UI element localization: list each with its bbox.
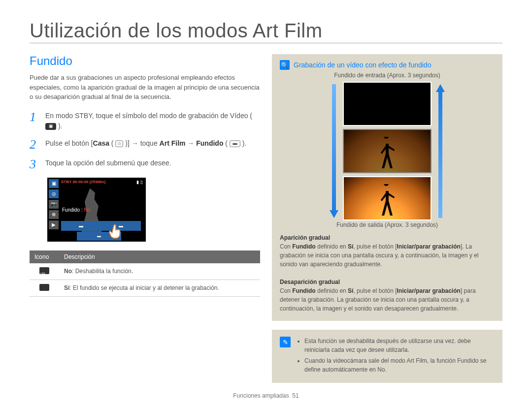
fade-in-heading: Aparición gradual — [280, 234, 330, 241]
example-box: 🔍 Grabación de un vídeo con efecto de fu… — [272, 54, 502, 321]
note-item: Cuando la videocámara sale del modo Art … — [304, 356, 495, 374]
thumbnail-sunset — [343, 176, 432, 220]
table-row: No: Deshabilita la función. — [30, 263, 260, 280]
row-desc: : El fundido se ejecuta al iniciar y al … — [69, 284, 219, 291]
fundido-label: Fundido — [196, 139, 223, 147]
step-text: Pulse el botón [ — [45, 139, 93, 147]
screen-fundido-value: No — [84, 207, 90, 213]
screen-fundido-label: Fundido : — [62, 207, 84, 213]
caption-fade-in: Fundido de entrada (Aprox. 3 segundos) — [280, 72, 495, 79]
touch-hand-icon — [108, 224, 122, 239]
icon-description-table: Icono Descripción No: Deshabilita la fun… — [30, 250, 260, 297]
screen-battery-icon: ▮ ▯ — [136, 180, 143, 185]
right-column: 🔍 Grabación de un vídeo con efecto de fu… — [272, 54, 502, 383]
row-desc: : Deshabilita la función. — [72, 268, 133, 275]
footer-page-number: 51 — [292, 392, 299, 399]
casa-label: Casa — [93, 139, 109, 147]
page-footer: Funciones ampliadas 51 — [0, 392, 532, 399]
step-3: 3 Toque la opción del submenú que desee. — [30, 158, 260, 171]
off-icon — [39, 267, 49, 274]
screen-zoom-icon: ⊕ — [49, 210, 59, 219]
arrow-down-icon — [329, 82, 339, 220]
intro-text: Puede dar a sus grabaciones un aspecto p… — [30, 73, 260, 102]
step-number: 2 — [30, 138, 38, 151]
table-header-icon: Icono — [30, 250, 59, 263]
table-header-desc: Descripción — [59, 250, 260, 263]
magnifier-icon: 🔍 — [280, 60, 290, 70]
left-column: Fundido Puede dar a sus grabaciones un a… — [30, 54, 260, 383]
footer-label: Funciones ampliadas — [233, 392, 289, 399]
page-title: Utilización de los modos Art Film — [30, 20, 502, 43]
note-icon: ✎ — [280, 337, 291, 347]
thumbnail-black — [343, 82, 432, 126]
on-icon — [39, 284, 49, 291]
thumbnail-sunset-dim — [343, 129, 432, 173]
steps-list: 1 En modo STBY, toque el símbolo del mod… — [30, 111, 260, 171]
caption-fade-out: Fundido de salida (Aprox. 3 segundos) — [280, 221, 495, 228]
camera-screen-illustration: ▣ ◎ 📷 ⊕ ▶ STBY 00:00:00 [253Min] ▮ ▯ Fun… — [47, 178, 146, 242]
step-number: 1 — [30, 111, 38, 131]
step-text-post: ). — [56, 122, 62, 130]
note-box: ✎ Esta función se deshabilita después de… — [272, 330, 502, 383]
screen-play-icon: ▶ — [49, 220, 59, 229]
fundido-icon: ▬ — [230, 140, 240, 147]
screen-video-icon: ▣ — [49, 179, 59, 188]
row-label: Sí — [64, 284, 69, 291]
home-icon: ⌂ — [115, 140, 123, 147]
table-row: Sí: El fundido se ejecuta al iniciar y a… — [30, 280, 260, 296]
fade-out-heading: Desaparición gradual — [280, 279, 340, 285]
step-text: En modo STBY, toque el símbolo del modo … — [45, 112, 252, 120]
screen-status: STBY 00:00:00 [253Min] — [61, 180, 105, 184]
step-number: 3 — [30, 158, 38, 171]
screen-option-bar: ▬▬ — [61, 221, 141, 231]
arrow-up-icon — [435, 82, 445, 220]
row-label: No — [64, 268, 72, 275]
step-2: 2 Pulse el botón [Casa ( ⌂ )] → toque Ar… — [30, 138, 260, 151]
screen-camera-icon: 📷 — [49, 200, 59, 209]
artfilm-label: Art Film — [160, 139, 186, 147]
note-item: Esta función se deshabilita después de u… — [304, 337, 495, 354]
video-mode-icon: ▣ — [45, 123, 56, 130]
example-title: Grabación de un vídeo con efecto de fund… — [294, 61, 431, 69]
step-text: Toque la opción del submenú que desee. — [45, 158, 171, 171]
step-1: 1 En modo STBY, toque el símbolo del mod… — [30, 111, 260, 131]
section-heading: Fundido — [30, 54, 260, 68]
screen-icon: ◎ — [49, 189, 59, 198]
